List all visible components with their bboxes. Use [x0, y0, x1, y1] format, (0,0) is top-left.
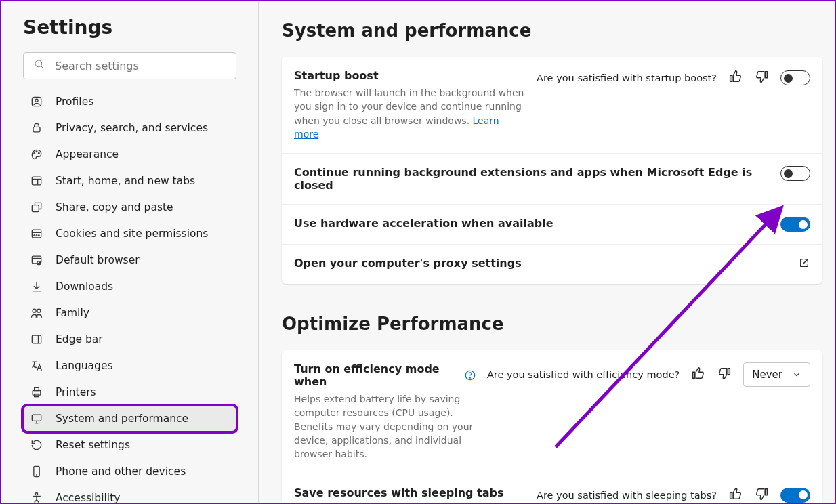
svg-rect-27 [35, 387, 39, 390]
search-input[interactable] [55, 60, 226, 72]
sidebar-item-privacy[interactable]: Privacy, search, and services [23, 115, 236, 141]
share-icon [30, 201, 43, 214]
sidebar-item-label: System and performance [56, 413, 188, 425]
row-proxy[interactable]: Open your computer's proxy settings [282, 245, 822, 284]
sidebar-item-accessibility[interactable]: Accessibility [23, 485, 236, 504]
svg-point-16 [39, 235, 40, 236]
startup-boost-desc: The browser will launch in the backgroun… [294, 86, 526, 141]
svg-point-21 [33, 309, 36, 312]
svg-point-6 [36, 151, 37, 152]
svg-point-14 [34, 235, 35, 236]
thumbs-up-icon[interactable] [728, 486, 743, 503]
sidebar-item-printers[interactable]: Printers [23, 379, 236, 405]
svg-rect-23 [32, 335, 41, 343]
svg-point-3 [35, 99, 38, 102]
efficiency-title: Turn on efficiency mode when [294, 362, 476, 388]
downloads-icon [30, 280, 43, 293]
settings-sidebar: Settings Profiles Privacy, search, and s… [1, 1, 259, 503]
svg-rect-26 [33, 391, 41, 396]
sidebar-item-share[interactable]: Share, copy and paste [23, 194, 236, 220]
search-settings-box[interactable] [23, 52, 236, 79]
bg-ext-title: Continue running background extensions a… [294, 166, 770, 192]
row-hw-accel: Use hardware acceleration when available [282, 205, 822, 245]
sleeping-toggle[interactable] [780, 488, 810, 503]
sidebar-item-reset[interactable]: Reset settings [23, 432, 236, 458]
svg-point-0 [35, 60, 42, 67]
phone-icon [30, 465, 43, 478]
svg-rect-4 [33, 127, 40, 132]
bg-ext-toggle[interactable] [780, 166, 810, 181]
sidebar-item-system[interactable]: System and performance [23, 406, 236, 432]
efficiency-feedback-question: Are you satisfied with efficiency mode? [487, 369, 680, 380]
accessibility-icon [30, 491, 43, 504]
sidebar-item-languages[interactable]: Languages [23, 353, 236, 379]
sidebar-item-label: Printers [56, 386, 96, 398]
sidebar-item-phone[interactable]: Phone and other devices [23, 459, 236, 484]
sidebar-item-family[interactable]: Family [23, 300, 236, 326]
sidebar-item-cookies[interactable]: Cookies and site permissions [23, 221, 236, 247]
svg-point-36 [469, 377, 470, 378]
sidebar-item-label: Edge bar [56, 333, 103, 345]
thumbs-up-icon[interactable] [728, 69, 743, 87]
svg-line-1 [41, 66, 43, 68]
sidebar-item-label: Share, copy and paste [56, 201, 173, 213]
sleeping-title: Save resources with sleeping tabs [294, 486, 526, 499]
search-icon [33, 58, 45, 73]
efficiency-mode-select[interactable]: Never [743, 362, 810, 387]
svg-rect-11 [32, 205, 39, 212]
sidebar-item-downloads[interactable]: Downloads [23, 274, 236, 299]
cookies-icon [30, 227, 43, 240]
svg-rect-29 [32, 415, 41, 421]
appearance-icon [30, 148, 43, 161]
svg-point-5 [34, 153, 35, 154]
sidebar-item-label: Privacy, search, and services [56, 122, 208, 134]
profiles-icon [30, 95, 43, 108]
family-icon [30, 306, 43, 320]
languages-icon [30, 359, 43, 373]
proxy-title: Open your computer's proxy settings [294, 257, 787, 270]
system-card: Startup boost The browser will launch in… [282, 57, 822, 284]
open-external-icon [798, 257, 810, 272]
startup-boost-feedback-question: Are you satisfied with startup boost? [537, 72, 717, 83]
help-icon[interactable] [464, 369, 476, 381]
section-title-system: System and performance [282, 20, 822, 41]
thumbs-down-icon[interactable] [755, 69, 770, 87]
sidebar-nav: Profiles Privacy, search, and services A… [23, 89, 236, 504]
settings-main: System and performance Startup boost The… [259, 1, 835, 503]
thumbs-down-icon[interactable] [755, 486, 770, 503]
start-icon [30, 174, 43, 188]
hw-accel-title: Use hardware acceleration when available [294, 217, 770, 230]
sidebar-item-label: Profiles [56, 96, 93, 108]
row-efficiency: Turn on efficiency mode when Helps exten… [282, 350, 822, 474]
sidebar-item-label: Start, home, and new tabs [56, 175, 195, 187]
svg-point-22 [37, 309, 41, 312]
reset-icon [30, 438, 43, 452]
optimize-card: Turn on efficiency mode when Helps exten… [282, 350, 822, 503]
sidebar-item-profiles[interactable]: Profiles [23, 89, 236, 114]
sidebar-item-edgebar[interactable]: Edge bar [23, 327, 236, 352]
sidebar-item-label: Accessibility [56, 492, 120, 504]
sidebar-item-label: Default browser [56, 254, 140, 266]
hw-accel-toggle[interactable] [780, 217, 810, 232]
thumbs-up-icon[interactable] [690, 366, 705, 383]
privacy-icon [30, 121, 43, 135]
svg-rect-12 [32, 230, 41, 238]
svg-point-15 [36, 235, 37, 236]
sidebar-item-label: Languages [56, 360, 113, 372]
edgebar-icon [30, 333, 43, 346]
chevron-down-icon [792, 370, 801, 379]
sidebar-item-appearance[interactable]: Appearance [23, 142, 236, 167]
system-icon [30, 412, 43, 425]
row-startup-boost: Startup boost The browser will launch in… [282, 57, 822, 154]
sidebar-item-label: Appearance [56, 148, 119, 161]
sidebar-item-default-browser[interactable]: Default browser [23, 247, 236, 273]
row-sleeping-tabs: Save resources with sleeping tabs When t… [282, 474, 822, 503]
startup-boost-toggle[interactable] [780, 70, 810, 85]
sidebar-item-label: Downloads [56, 280, 113, 293]
settings-title: Settings [23, 16, 236, 39]
svg-point-34 [35, 493, 37, 495]
printers-icon [30, 385, 43, 399]
thumbs-down-icon[interactable] [717, 366, 732, 383]
sidebar-item-label: Reset settings [56, 439, 130, 451]
sidebar-item-start[interactable]: Start, home, and new tabs [23, 168, 236, 194]
